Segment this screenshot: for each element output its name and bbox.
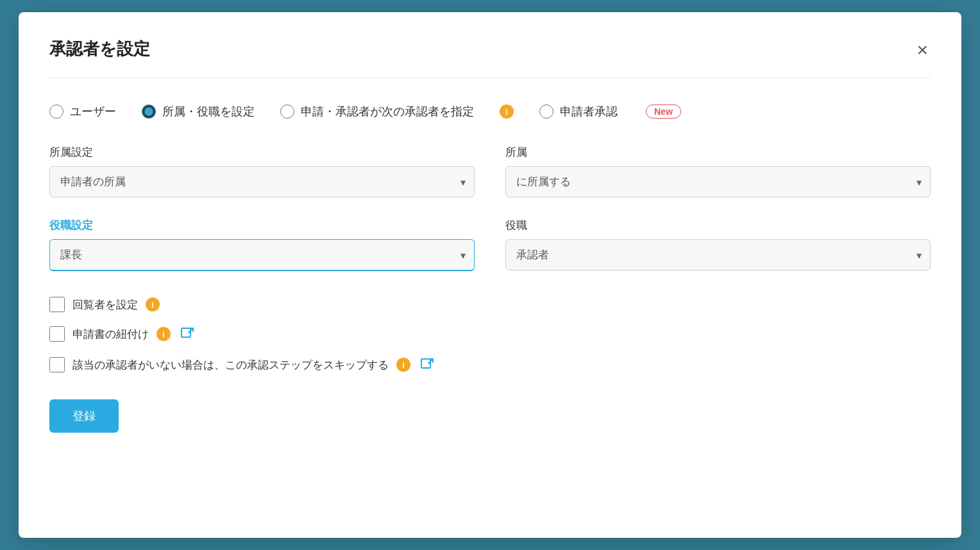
role-setting-select[interactable]: 課長 — [49, 239, 475, 271]
checkbox-attach-form-label: 申請書の紐付け — [72, 327, 149, 342]
dept-label: 所属 — [505, 145, 931, 160]
radio-option-applicant-approve[interactable]: 申請者承認 — [539, 104, 618, 119]
modal-overlay: 承認者を設定 × ユーザー 所属・役職を設定 申請・承認者が次の承認者を指定 i… — [0, 0, 980, 550]
checkbox-attach-form[interactable] — [49, 326, 65, 342]
new-badge: New — [646, 104, 681, 119]
radio-next-approver-label: 申請・承認者が次の承認者を指定 — [301, 104, 474, 119]
next-approver-info-icon[interactable]: i — [500, 104, 514, 119]
form-grid: 所属設定 申請者の所属 ▾ 所属 に所属する ▾ — [49, 145, 931, 271]
checkboxes-section: 回覧者を設定 i 申請書の紐付け i 該当の承認者がい — [49, 297, 931, 374]
role-select[interactable]: 承認者 — [505, 239, 931, 271]
checkbox-row-skip-step: 該当の承認者がいない場合は、この承認ステップをスキップする i — [49, 356, 931, 374]
radio-user[interactable] — [49, 104, 63, 119]
checkbox-viewer[interactable] — [49, 297, 65, 312]
radio-dept-role-label: 所属・役職を設定 — [162, 104, 255, 119]
dept-setting-select[interactable]: 申請者の所属 — [49, 166, 475, 197]
checkbox-skip-step[interactable] — [49, 357, 65, 372]
role-setting-group: 役職設定 課長 ▾ — [49, 218, 475, 271]
skip-step-link-icon[interactable] — [418, 356, 436, 374]
checkbox-skip-step-label: 該当の承認者がいない場合は、この承認ステップをスキップする — [72, 358, 389, 372]
dept-setting-select-wrapper: 申請者の所属 ▾ — [49, 166, 475, 197]
radio-option-next-approver[interactable]: 申請・承認者が次の承認者を指定 — [280, 104, 474, 119]
radio-applicant-approve-label: 申請者承認 — [560, 104, 618, 119]
dept-select-wrapper: に所属する ▾ — [505, 166, 931, 197]
radio-group: ユーザー 所属・役職を設定 申請・承認者が次の承認者を指定 i 申請者承認 Ne… — [49, 104, 931, 119]
role-group: 役職 承認者 ▾ — [505, 218, 931, 271]
role-setting-label: 役職設定 — [49, 218, 475, 233]
modal-dialog: 承認者を設定 × ユーザー 所属・役職を設定 申請・承認者が次の承認者を指定 i… — [19, 12, 961, 538]
register-button[interactable]: 登録 — [49, 399, 119, 433]
role-setting-select-wrapper: 課長 ▾ — [49, 239, 475, 271]
radio-dept-role[interactable] — [142, 104, 156, 119]
dept-group: 所属 に所属する ▾ — [505, 145, 931, 197]
checkbox-viewer-label: 回覧者を設定 — [72, 297, 138, 312]
close-button[interactable]: × — [914, 38, 931, 62]
dept-setting-label: 所属設定 — [49, 145, 475, 160]
viewer-info-icon[interactable]: i — [146, 297, 160, 312]
dept-setting-group: 所属設定 申請者の所属 ▾ — [49, 145, 475, 197]
radio-option-user[interactable]: ユーザー — [49, 104, 116, 119]
modal-header: 承認者を設定 × — [49, 38, 931, 78]
skip-step-info-icon[interactable]: i — [396, 358, 410, 372]
radio-next-approver[interactable] — [280, 104, 294, 119]
role-label: 役職 — [505, 218, 931, 233]
attach-form-link-icon[interactable] — [178, 325, 196, 343]
checkbox-row-viewer: 回覧者を設定 i — [49, 297, 931, 312]
radio-user-label: ユーザー — [70, 104, 116, 119]
radio-applicant-approve[interactable] — [539, 104, 553, 119]
checkbox-row-attach-form: 申請書の紐付け i — [49, 325, 931, 343]
role-select-wrapper: 承認者 ▾ — [505, 239, 931, 271]
modal-title: 承認者を設定 — [49, 38, 150, 60]
attach-form-info-icon[interactable]: i — [156, 327, 171, 341]
radio-option-dept-role[interactable]: 所属・役職を設定 — [142, 104, 255, 119]
dept-select[interactable]: に所属する — [505, 166, 931, 197]
